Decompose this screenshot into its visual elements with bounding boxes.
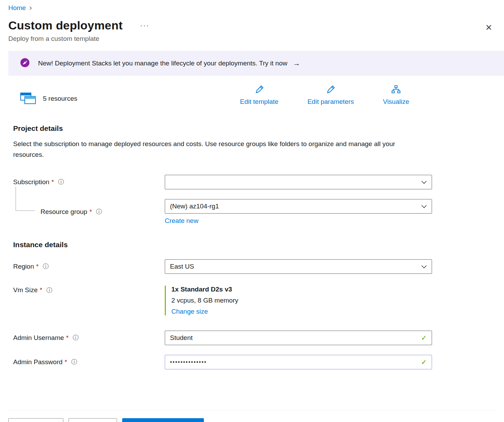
resource-group-select[interactable]: (New) az104-rg1 <box>165 199 432 214</box>
pencil-icon <box>326 85 335 96</box>
subscription-label: Subscription <box>13 178 50 186</box>
region-label: Region <box>13 263 34 270</box>
admin-username-label: Admin Username <box>13 334 64 342</box>
rocket-icon <box>20 58 30 69</box>
deployment-form: Subscription * ⓘ Resource group * <box>13 175 496 369</box>
required-marker: * <box>52 178 54 186</box>
admin-password-value: •••••••••••••• <box>170 359 207 365</box>
more-menu-icon[interactable]: ··· <box>140 21 150 30</box>
info-icon[interactable]: ⓘ <box>46 286 52 294</box>
admin-password-row: Admin Password * ⓘ •••••••••••••• ✓ <box>13 355 496 369</box>
required-marker: * <box>66 334 69 342</box>
valid-check-icon: ✓ <box>421 334 427 342</box>
breadcrumb-home-link[interactable]: Home <box>8 4 26 12</box>
resource-group-row: Resource group * ⓘ (New) az104-rg1 Creat… <box>13 199 496 225</box>
template-actions: Edit template Edit parameters <box>240 85 409 106</box>
wizard-footer: Previous Next Review + create <box>8 410 496 422</box>
banner-message-link[interactable]: New! Deployment Stacks let you manage th… <box>38 60 287 67</box>
custom-deployment-page: Home › Custom deployment ··· ✕ Deploy fr… <box>0 0 504 422</box>
arrow-right-icon: → <box>293 59 300 68</box>
chevron-down-icon <box>421 178 427 186</box>
page-subtitle: Deploy from a custom template <box>8 35 496 43</box>
info-icon[interactable]: ⓘ <box>71 358 77 366</box>
template-resources: 5 resources <box>20 92 77 106</box>
vm-size-label: Vm Size <box>13 286 38 294</box>
sitemap-icon <box>391 85 401 96</box>
admin-password-label: Admin Password <box>13 358 63 366</box>
region-select[interactable]: East US <box>165 259 432 274</box>
template-bar: 5 resources Edit template Edit parameter… <box>8 85 496 106</box>
chevron-right-icon: › <box>29 4 32 12</box>
subscription-label-group: Subscription * ⓘ <box>13 178 165 186</box>
project-details-description: Select the subscription to manage deploy… <box>13 139 411 160</box>
vm-size-specs: 2 vcpus, 8 GB memory <box>171 297 432 304</box>
edit-template-label: Edit template <box>240 98 278 106</box>
info-icon[interactable]: ⓘ <box>96 208 102 216</box>
template-resources-icon <box>20 92 36 106</box>
create-new-link[interactable]: Create new <box>165 217 198 225</box>
change-size-link[interactable]: Change size <box>171 308 208 315</box>
resource-group-label: Resource group <box>40 208 87 216</box>
pencil-icon <box>254 85 264 96</box>
admin-username-value: Student <box>170 334 193 342</box>
vm-size-row: Vm Size * ⓘ 1x Standard D2s v3 2 vcpus, … <box>13 286 496 315</box>
subscription-select[interactable] <box>165 175 432 189</box>
edit-parameters-label: Edit parameters <box>307 98 354 106</box>
admin-password-input[interactable]: •••••••••••••• ✓ <box>165 355 432 369</box>
breadcrumb: Home › <box>8 4 496 12</box>
valid-check-icon: ✓ <box>421 358 427 366</box>
admin-username-row: Admin Username * ⓘ Student ✓ <box>13 331 496 345</box>
subscription-row: Subscription * ⓘ <box>13 175 496 189</box>
admin-username-input[interactable]: Student ✓ <box>165 331 432 345</box>
review-create-button[interactable]: Review + create <box>122 418 204 422</box>
close-icon[interactable]: ✕ <box>483 22 494 33</box>
admin-password-label-group: Admin Password * ⓘ <box>13 358 165 366</box>
required-marker: * <box>89 208 92 216</box>
chevron-down-icon <box>421 203 427 210</box>
visualize-button[interactable]: Visualize <box>383 85 409 106</box>
resources-count-label: 5 resources <box>43 95 77 103</box>
deployment-stacks-banner: New! Deployment Stacks let you manage th… <box>8 51 504 76</box>
resource-group-value: (New) az104-rg1 <box>170 203 219 210</box>
required-marker: * <box>40 286 42 294</box>
vm-size-value: 1x Standard D2s v3 <box>171 286 432 293</box>
previous-button[interactable]: Previous <box>8 418 63 422</box>
info-icon[interactable]: ⓘ <box>73 334 79 342</box>
project-details-heading: Project details <box>13 124 496 133</box>
resource-group-label-group: Resource group * ⓘ <box>13 208 165 216</box>
info-icon[interactable]: ⓘ <box>58 178 64 186</box>
required-marker: * <box>36 263 38 270</box>
region-value: East US <box>170 263 194 270</box>
region-row: Region * ⓘ East US <box>13 259 496 274</box>
region-label-group: Region * ⓘ <box>13 262 165 270</box>
admin-username-label-group: Admin Username * ⓘ <box>13 334 165 342</box>
instance-details-heading: Instance details <box>13 241 496 249</box>
chevron-down-icon <box>421 263 427 270</box>
edit-parameters-button[interactable]: Edit parameters <box>307 85 354 106</box>
next-button[interactable]: Next <box>69 418 117 422</box>
tree-connector <box>16 187 35 211</box>
vm-size-summary: 1x Standard D2s v3 2 vcpus, 8 GB memory … <box>165 286 432 315</box>
visualize-label: Visualize <box>383 98 409 106</box>
page-header: Custom deployment ··· <box>8 19 496 32</box>
required-marker: * <box>65 358 67 366</box>
page-title: Custom deployment <box>8 19 123 32</box>
info-icon[interactable]: ⓘ <box>43 262 49 270</box>
edit-template-button[interactable]: Edit template <box>240 85 278 106</box>
vm-size-label-group: Vm Size * ⓘ <box>13 286 165 294</box>
